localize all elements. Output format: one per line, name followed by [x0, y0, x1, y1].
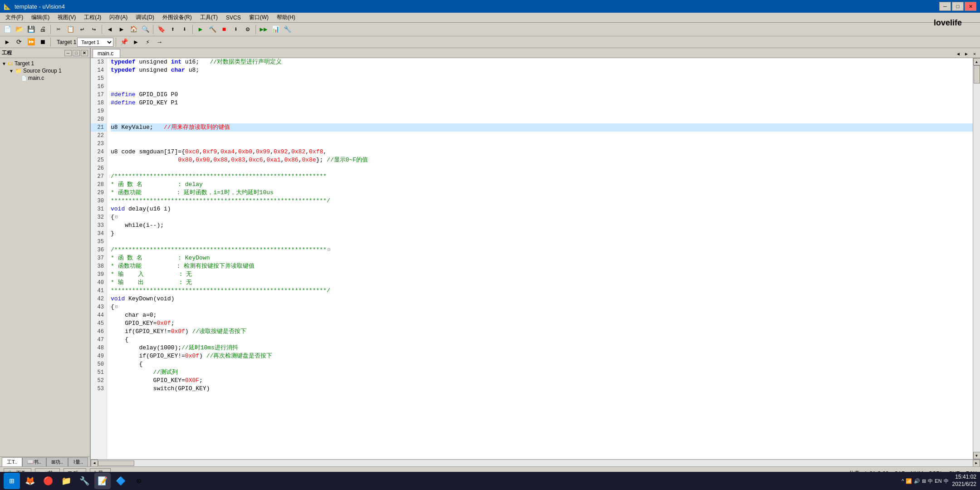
ln-17: 17 — [91, 91, 107, 99]
scroll-thumb[interactable] — [974, 65, 980, 83]
bookmark-btn[interactable]: 🔖 — [156, 24, 167, 35]
ln-32: 32 — [91, 213, 107, 221]
download-btn[interactable]: ⬇ — [230, 24, 241, 35]
new-file-btn[interactable]: 📄 — [2, 24, 13, 35]
ln-53: 53 — [91, 385, 107, 393]
menu-window[interactable]: 窗口(W) — [245, 13, 272, 22]
debug-step-btn[interactable]: → — [154, 37, 165, 48]
menu-debug[interactable]: 调试(D) — [132, 13, 158, 22]
redo-btn[interactable]: ↪ — [88, 24, 99, 35]
tray-network-icon[interactable]: 📶 — [906, 478, 912, 484]
debug-btn2[interactable]: ⟳ — [14, 37, 24, 48]
undo-btn[interactable]: ↩ — [77, 24, 88, 35]
panel-collapse-btn[interactable]: ─ — [64, 50, 72, 56]
tree-target[interactable]: ▼ 🗂 Target 1 — [2, 60, 88, 67]
debug-btn3[interactable]: ⏩ — [25, 37, 36, 48]
menu-flash[interactable]: 闪存(A) — [106, 13, 131, 22]
menu-edit[interactable]: 编辑(E) — [28, 13, 53, 22]
editor-nav-left-btn[interactable]: ◀ — [955, 50, 962, 58]
close-button[interactable]: ✕ — [965, 2, 976, 11]
tab-measure[interactable]: ⌇量.. — [68, 457, 88, 466]
hscroll-track[interactable] — [98, 460, 973, 466]
paste-btn[interactable]: 📋 — [65, 24, 76, 35]
editor-tab-main[interactable]: main.c — [93, 49, 120, 58]
open-btn[interactable]: 📂 — [14, 24, 24, 35]
ln-35: 35 — [91, 238, 107, 246]
horizontal-scrollbar[interactable]: ◀ ▶ — [91, 459, 980, 466]
target-label: Target 1 — [57, 39, 76, 45]
taskbar-circle[interactable]: ⊙ — [131, 473, 147, 489]
menu-file[interactable]: 文件(F) — [2, 13, 27, 22]
menu-project[interactable]: 工程(J) — [80, 13, 105, 22]
editor-tab-icons: ◀ ▶ ✕ — [955, 50, 978, 58]
minimize-button[interactable]: ─ — [939, 2, 951, 11]
build-btn[interactable]: ▶ — [195, 24, 206, 35]
code-line-34: } — [111, 230, 973, 238]
debug-flash-btn[interactable]: ⚡ — [142, 37, 153, 48]
editor-nav-right-btn[interactable]: ▶ — [963, 50, 970, 58]
hscroll-right-btn[interactable]: ▶ — [973, 460, 980, 467]
maximize-button[interactable]: □ — [952, 2, 964, 11]
scroll-track[interactable] — [973, 65, 980, 452]
system-clock[interactable]: 15:41:02 2021/6/22 — [952, 474, 976, 488]
bookmark-prev-btn[interactable]: ⬆ — [167, 24, 178, 35]
tray-ime1[interactable]: ⊞ — [922, 478, 926, 484]
view-toggle-btn[interactable]: 📊 — [270, 24, 281, 35]
tray-sound-icon[interactable]: 🔊 — [914, 478, 920, 484]
tree-file-main[interactable]: ▶ 📄 main.c — [16, 74, 88, 82]
taskbar-tool[interactable]: 🔧 — [76, 473, 93, 489]
taskbar-red[interactable]: 🔴 — [40, 473, 56, 489]
tab-book[interactable]: 📖书.. — [22, 457, 46, 466]
nav-home-btn[interactable]: 🏠 — [128, 24, 139, 35]
code-content[interactable]: typedef unsigned int u16; //对数据类型进行声明定义 … — [107, 58, 973, 459]
taskbar-left: ⊞ 🦊 🔴 📁 🔧 📝 🔷 ⊙ — [4, 473, 147, 489]
taskbar-blue[interactable]: 🔷 — [113, 473, 129, 489]
bookmark-next-btn[interactable]: ⬇ — [179, 24, 190, 35]
debug-start-btn[interactable]: ▶▶ — [258, 24, 269, 35]
save-all-btn[interactable]: 🖨 — [37, 24, 48, 35]
options-btn[interactable]: 🔧 — [282, 24, 293, 35]
menu-view[interactable]: 视图(V) — [54, 13, 79, 22]
vertical-scrollbar[interactable]: ▲ ▼ — [973, 58, 980, 459]
editor-close-btn[interactable]: ✕ — [971, 50, 978, 58]
nav-fwd-btn[interactable]: ▶ — [116, 24, 127, 35]
tray-ime3[interactable]: EN — [935, 478, 941, 484]
taskbar-start-btn[interactable]: ⊞ — [4, 473, 20, 489]
nav-back-btn[interactable]: ◀ — [104, 24, 115, 35]
menu-help[interactable]: 帮助(H) — [273, 13, 299, 22]
hscroll-thumb[interactable] — [98, 461, 134, 466]
debug-btn4[interactable]: ⏹ — [37, 37, 48, 48]
build-all-btn[interactable]: 🔨 — [207, 24, 218, 35]
tree-source-group[interactable]: ▼ 📁 Source Group 1 — [9, 67, 88, 74]
tab-project[interactable]: 工T.. — [2, 457, 22, 466]
target-name: Target 1 — [15, 60, 34, 67]
taskbar-folder[interactable]: 📁 — [58, 473, 74, 489]
stop-btn[interactable]: ■ — [219, 24, 230, 35]
menu-peripherals[interactable]: 外围设备(R) — [159, 13, 196, 22]
debug-pin-btn[interactable]: 📌 — [118, 37, 129, 48]
scroll-down-btn[interactable]: ▼ — [973, 452, 980, 459]
menu-tools[interactable]: 工具(T) — [196, 13, 221, 22]
hscroll-left-btn[interactable]: ◀ — [91, 460, 98, 467]
taskbar-note[interactable]: 📝 — [94, 473, 111, 489]
code-line-36: /***************************************… — [111, 246, 973, 254]
menu-svcs[interactable]: SVCS — [222, 14, 245, 22]
taskbar-firefox[interactable]: 🦊 — [22, 473, 38, 489]
tab-func[interactable]: ⊞功.. — [46, 457, 68, 466]
sep1 — [50, 25, 51, 34]
tray-expand-icon[interactable]: ^ — [902, 478, 904, 484]
clock-time: 15:41:02 — [952, 474, 976, 481]
code-editor[interactable]: 13 14 15 16 17 18 19 20 21 22 23 24 25 2… — [91, 58, 980, 459]
panel-close-btn[interactable]: ✕ — [81, 50, 88, 56]
scroll-up-btn[interactable]: ▲ — [973, 58, 980, 65]
panel-maximize-btn[interactable]: □ — [73, 50, 80, 56]
target-dropdown[interactable]: Target 1 — [77, 38, 113, 47]
tray-ime2[interactable]: 中 — [928, 478, 933, 485]
nav-find-btn[interactable]: 🔍 — [140, 24, 151, 35]
cut-btn[interactable]: ✂ — [53, 24, 64, 35]
copy-btn[interactable]: 💾 — [25, 24, 36, 35]
config-btn[interactable]: ⚙ — [242, 24, 253, 35]
debug-btn1[interactable]: ▶ — [2, 37, 13, 48]
tray-ime4[interactable]: 中 — [944, 478, 949, 485]
debug-run-btn[interactable]: ▶ — [130, 37, 141, 48]
